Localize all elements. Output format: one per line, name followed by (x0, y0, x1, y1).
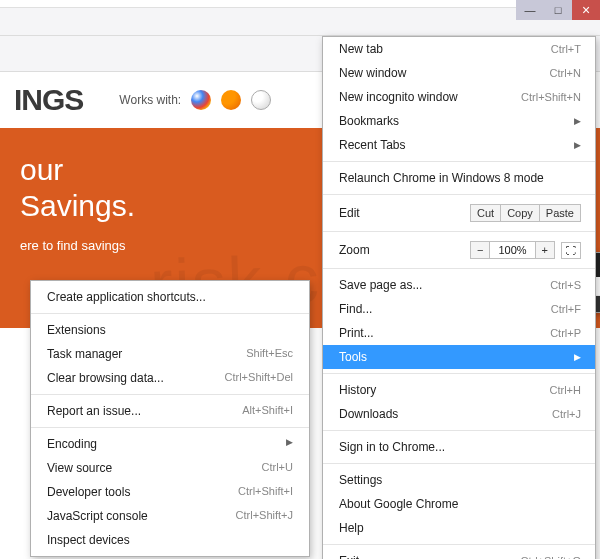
menu-settings[interactable]: Settings (323, 468, 595, 492)
submenu-developer-tools[interactable]: Developer toolsCtrl+Shift+I (31, 480, 309, 504)
submenu-report-issue[interactable]: Report an issue...Alt+Shift+I (31, 399, 309, 423)
site-logo-text: INGS (14, 83, 83, 117)
chevron-right-icon: ▶ (574, 140, 581, 150)
close-window-button[interactable]: × (572, 0, 600, 20)
chevron-right-icon: ▶ (574, 116, 581, 126)
menu-zoom: Zoom − 100% + ⛶ (323, 236, 595, 264)
menu-exit[interactable]: ExitCtrl+Shift+Q (323, 549, 595, 559)
submenu-create-shortcuts[interactable]: Create application shortcuts... (31, 285, 309, 309)
submenu-extensions[interactable]: Extensions (31, 318, 309, 342)
submenu-clear-browsing-data[interactable]: Clear browsing data...Ctrl+Shift+Del (31, 366, 309, 390)
firefox-icon (221, 90, 241, 110)
submenu-encoding[interactable]: Encoding▶ (31, 432, 309, 456)
menu-separator (323, 430, 595, 431)
menu-separator (323, 373, 595, 374)
menu-separator (31, 313, 309, 314)
zoom-out-button[interactable]: − (470, 241, 490, 259)
menu-save-page[interactable]: Save page as...Ctrl+S (323, 273, 595, 297)
zoom-value: 100% (490, 241, 534, 259)
menu-relaunch-win8[interactable]: Relaunch Chrome in Windows 8 mode (323, 166, 595, 190)
menu-tools[interactable]: Tools▶ (323, 345, 595, 369)
menu-about[interactable]: About Google Chrome (323, 492, 595, 516)
chrome-icon (191, 90, 211, 110)
menu-separator (323, 463, 595, 464)
chrome-main-menu: New tabCtrl+T New windowCtrl+N New incog… (322, 36, 596, 559)
menu-find[interactable]: Find...Ctrl+F (323, 297, 595, 321)
menu-bookmarks[interactable]: Bookmarks▶ (323, 109, 595, 133)
menu-edit: Edit Cut Copy Paste (323, 199, 595, 227)
menu-separator (31, 427, 309, 428)
tab-strip[interactable] (0, 8, 600, 36)
menu-separator (323, 161, 595, 162)
safari-icon (251, 90, 271, 110)
paste-button[interactable]: Paste (540, 204, 581, 222)
works-with-label: Works with: (119, 93, 181, 107)
menu-separator (323, 268, 595, 269)
minimize-button[interactable]: — (516, 0, 544, 20)
menu-help[interactable]: Help (323, 516, 595, 540)
maximize-button[interactable]: □ (544, 0, 572, 20)
tools-submenu: Create application shortcuts... Extensio… (30, 280, 310, 557)
window-controls: — □ × (516, 0, 600, 20)
menu-print[interactable]: Print...Ctrl+P (323, 321, 595, 345)
zoom-in-button[interactable]: + (535, 241, 555, 259)
submenu-task-manager[interactable]: Task managerShift+Esc (31, 342, 309, 366)
cut-button[interactable]: Cut (470, 204, 501, 222)
menu-separator (323, 544, 595, 545)
menu-recent-tabs[interactable]: Recent Tabs▶ (323, 133, 595, 157)
chevron-right-icon: ▶ (286, 437, 293, 451)
menu-separator (323, 231, 595, 232)
menu-separator (323, 194, 595, 195)
copy-button[interactable]: Copy (501, 204, 540, 222)
menu-downloads[interactable]: DownloadsCtrl+J (323, 402, 595, 426)
submenu-inspect-devices[interactable]: Inspect devices (31, 528, 309, 552)
titlebar (0, 0, 600, 8)
menu-history[interactable]: HistoryCtrl+H (323, 378, 595, 402)
submenu-javascript-console[interactable]: JavaScript consoleCtrl+Shift+J (31, 504, 309, 528)
submenu-view-source[interactable]: View sourceCtrl+U (31, 456, 309, 480)
menu-new-incognito[interactable]: New incognito windowCtrl+Shift+N (323, 85, 595, 109)
menu-new-tab[interactable]: New tabCtrl+T (323, 37, 595, 61)
menu-sign-in[interactable]: Sign in to Chrome... (323, 435, 595, 459)
menu-new-window[interactable]: New windowCtrl+N (323, 61, 595, 85)
fullscreen-button[interactable]: ⛶ (561, 242, 581, 259)
menu-separator (31, 394, 309, 395)
chevron-right-icon: ▶ (574, 352, 581, 362)
